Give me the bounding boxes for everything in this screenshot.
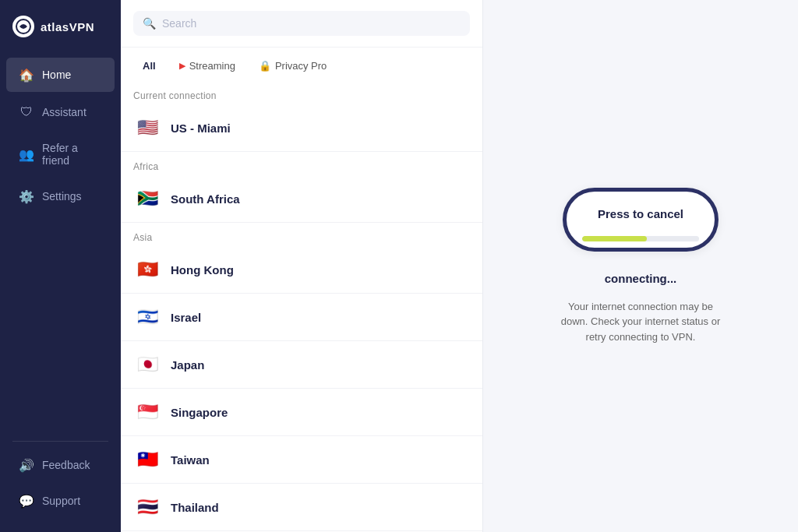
server-item-hong-kong[interactable]: 🇭🇰 Hong Kong [121, 246, 482, 294]
search-icon: 🔍 [143, 17, 156, 30]
sidebar-nav: 🏠 Home 🛡 Assistant 👥 Refer a friend ⚙️ S… [0, 53, 121, 435]
server-name-hong-kong: Hong Kong [171, 263, 234, 277]
connect-button-wrap: Press to cancel [563, 188, 719, 258]
privacy-lock-icon: 🔒 [259, 60, 271, 72]
filter-tab-all[interactable]: All [133, 55, 165, 76]
sidebar-item-support[interactable]: 💬 Support [6, 484, 115, 518]
section-label-current: Current connection [121, 81, 482, 104]
server-name-us-miami: US - Miami [171, 122, 231, 135]
server-item-taiwan[interactable]: 🇹🇼 Taiwan [121, 436, 482, 484]
flag-thailand: 🇹🇭 [133, 493, 161, 521]
sidebar-divider [12, 441, 108, 442]
server-item-japan[interactable]: 🇯🇵 Japan [121, 341, 482, 389]
filter-tab-privacy-label: Privacy Pro [275, 60, 327, 72]
feedback-icon: 🔊 [19, 457, 34, 473]
server-panel: 🔍 All ▶ Streaming 🔒 Privacy Pro Current … [121, 0, 483, 532]
search-input-wrap[interactable]: 🔍 [133, 11, 470, 36]
sidebar-item-support-label: Support [42, 495, 80, 507]
filter-tabs: All ▶ Streaming 🔒 Privacy Pro [121, 48, 482, 81]
server-item-us-miami[interactable]: 🇺🇸 US - Miami [121, 104, 482, 152]
sidebar-item-feedback-label: Feedback [42, 459, 90, 471]
sidebar-item-settings-label: Settings [42, 190, 82, 203]
server-item-thailand[interactable]: 🇹🇭 Thailand [121, 484, 482, 531]
assistant-icon: 🛡 [19, 104, 34, 120]
section-label-africa: Africa [121, 152, 482, 175]
sidebar-item-home-label: Home [42, 69, 71, 81]
filter-tab-streaming[interactable]: ▶ Streaming [170, 55, 245, 76]
server-name-japan: Japan [171, 358, 204, 372]
sidebar-item-refer-label: Refer a friend [42, 142, 102, 167]
support-icon: 💬 [19, 493, 34, 509]
sidebar-item-assistant[interactable]: 🛡 Assistant [6, 95, 115, 129]
logo: atlasVPN [0, 0, 121, 53]
progress-bar-track [582, 236, 699, 241]
server-name-south-africa: South Africa [171, 192, 240, 206]
filter-tab-streaming-label: Streaming [189, 60, 235, 72]
flag-south-africa: 🇿🇦 [133, 185, 161, 213]
streaming-play-icon: ▶ [179, 61, 185, 71]
flag-hong-kong: 🇭🇰 [133, 255, 161, 284]
section-label-asia: Asia [121, 223, 482, 246]
server-name-israel: Israel [171, 311, 201, 324]
cancel-button[interactable]: Press to cancel [563, 188, 719, 252]
filter-tab-all-label: All [143, 60, 156, 72]
server-item-singapore[interactable]: 🇸🇬 Singapore [121, 389, 482, 436]
logo-text: atlasVPN [41, 20, 94, 33]
flag-japan: 🇯🇵 [133, 351, 161, 379]
sidebar-item-home[interactable]: 🏠 Home [6, 58, 115, 92]
sidebar-item-feedback[interactable]: 🔊 Feedback [6, 448, 115, 482]
refer-icon: 👥 [19, 146, 34, 162]
flag-us-miami: 🇺🇸 [133, 114, 161, 142]
main-content: Press to cancel connecting... Your inter… [483, 0, 798, 532]
flag-singapore: 🇸🇬 [133, 398, 161, 426]
warning-text: Your internet connection may be down. Ch… [555, 299, 726, 345]
flag-israel: 🇮🇱 [133, 303, 161, 331]
sidebar-item-assistant-label: Assistant [42, 106, 87, 118]
sidebar-item-refer[interactable]: 👥 Refer a friend [6, 132, 115, 176]
search-bar: 🔍 [121, 0, 482, 48]
server-item-israel[interactable]: 🇮🇱 Israel [121, 294, 482, 341]
server-list: Current connection 🇺🇸 US - Miami Africa … [121, 81, 482, 532]
logo-icon [12, 16, 34, 37]
progress-bar-fill [582, 236, 647, 241]
server-name-taiwan: Taiwan [171, 453, 210, 467]
home-icon: 🏠 [19, 67, 34, 83]
server-name-thailand: Thailand [171, 501, 219, 514]
sidebar-item-settings[interactable]: ⚙️ Settings [6, 179, 115, 213]
sidebar-bottom: 🔊 Feedback 💬 Support [0, 435, 121, 532]
server-item-south-africa[interactable]: 🇿🇦 South Africa [121, 175, 482, 223]
connecting-status: connecting... [605, 272, 677, 285]
server-name-singapore: Singapore [171, 406, 228, 419]
connect-area: Press to cancel connecting... Your inter… [555, 188, 726, 345]
filter-tab-privacy-pro[interactable]: 🔒 Privacy Pro [249, 55, 336, 76]
settings-icon: ⚙️ [19, 188, 34, 204]
search-input[interactable] [162, 17, 461, 30]
flag-taiwan: 🇹🇼 [133, 446, 161, 474]
cancel-button-label: Press to cancel [598, 207, 683, 220]
sidebar: atlasVPN 🏠 Home 🛡 Assistant 👥 Refer a fr… [0, 0, 121, 532]
